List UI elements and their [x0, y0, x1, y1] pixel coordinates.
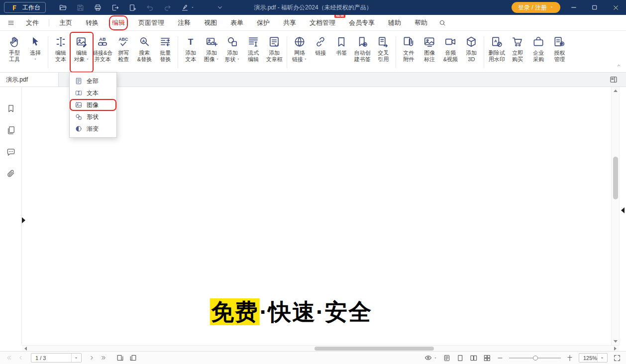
edit-object-icon — [75, 35, 88, 48]
menubar-tabs: 主页转换编辑页面管理注释视图表单保护共享文档管理NEW会员专享辅助帮助 — [59, 18, 427, 27]
single-page-view-icon[interactable] — [456, 354, 464, 362]
export-icon[interactable] — [110, 2, 120, 12]
spell-check-button[interactable]: ABC拼写 检查 — [113, 33, 134, 71]
page-number-select[interactable]: 1 / 3 — [31, 353, 82, 363]
collapse-right-panel-handle[interactable] — [621, 207, 625, 213]
dropdown-item-gradient[interactable]: 渐变 — [70, 123, 116, 135]
edit-text-button[interactable]: 编辑 文本 — [50, 33, 71, 71]
last-page-button[interactable] — [100, 354, 107, 362]
save-icon[interactable] — [75, 2, 85, 12]
audio-video-button[interactable]: 音频 &视频 — [440, 33, 461, 71]
attachments-panel-icon[interactable] — [6, 169, 16, 179]
dropdown-item-shape[interactable]: 形状 — [70, 111, 116, 123]
link-button[interactable]: 链接 — [310, 33, 331, 71]
vertical-scrollbar-thumb[interactable] — [613, 157, 618, 199]
facing-view-icon[interactable] — [470, 354, 478, 362]
collapse-ribbon-button[interactable] — [616, 62, 622, 70]
vertical-scrollbar[interactable] — [611, 87, 619, 345]
zoom-slider[interactable] — [509, 354, 561, 362]
remove-trial-watermark-button[interactable]: A删除试 用水印 — [486, 33, 507, 71]
zoom-in-button[interactable] — [566, 355, 573, 362]
horizontal-scrollbar-thumb[interactable] — [314, 347, 434, 351]
previous-view-icon[interactable] — [116, 354, 124, 362]
menu-tab-assist[interactable]: 辅助 — [388, 18, 401, 27]
flow-edit-button[interactable]: 流式 编辑 — [243, 33, 264, 71]
enterprise-purchase-button[interactable]: 企业 采购 — [528, 33, 549, 71]
link-merge-text-button[interactable]: AB链接&合 并文本 — [92, 33, 113, 71]
auto-create-bookmark-button[interactable]: 自动创 建书签 — [352, 33, 373, 71]
menu-tab-membership[interactable]: 会员专享 — [349, 18, 375, 27]
pages-panel-icon[interactable] — [6, 125, 16, 135]
print-icon[interactable] — [93, 2, 103, 12]
web-link-button[interactable]: 网络 链接 — [289, 33, 310, 71]
buy-now-button[interactable]: 立即 购买 — [507, 33, 528, 71]
menu-tab-share[interactable]: 共享 — [283, 18, 296, 27]
search-icon[interactable] — [437, 18, 447, 28]
close-button[interactable] — [605, 0, 626, 15]
scroll-up-arrow[interactable] — [614, 90, 618, 92]
comments-panel-icon[interactable] — [6, 147, 16, 157]
search-replace-button[interactable]: A搜索 &替换 — [134, 33, 155, 71]
menu-tab-help[interactable]: 帮助 — [415, 18, 427, 27]
license-management-button[interactable]: 授权 管理 — [549, 33, 570, 71]
ribbon-button-label: 企业 采购 — [533, 50, 544, 63]
menu-tab-view[interactable]: 视图 — [204, 18, 217, 27]
file-attachment-button[interactable]: 文件 附件 — [398, 33, 419, 71]
open-file-icon[interactable] — [58, 2, 68, 12]
add-text-button[interactable]: T添加 文本 — [180, 33, 201, 71]
right-panel-strip — [619, 87, 626, 345]
dropdown-item-image[interactable]: 图像 — [70, 99, 116, 111]
menu-tab-document-management[interactable]: 文档管理NEW — [310, 18, 335, 27]
next-view-icon[interactable] — [129, 354, 137, 362]
add-image-button[interactable]: 添加 图像 — [201, 33, 222, 71]
file-menu[interactable]: 文件 — [26, 18, 39, 27]
scroll-right-arrow[interactable] — [614, 347, 617, 351]
login-register-button[interactable]: 登录 / 注册 — [512, 2, 560, 13]
image-annotation-button[interactable]: 图像 标注 — [419, 33, 440, 71]
scroll-left-arrow[interactable] — [24, 347, 27, 351]
view-settings-button[interactable] — [424, 354, 437, 362]
zoom-out-button[interactable] — [497, 355, 504, 362]
next-page-button[interactable] — [88, 354, 96, 362]
sign-tool-button[interactable] — [180, 2, 195, 12]
menu-tab-form[interactable]: 表单 — [230, 18, 243, 27]
redo-icon[interactable] — [162, 2, 172, 12]
dropdown-item-all[interactable]: 全部 — [70, 75, 116, 87]
menu-tab-protect[interactable]: 保护 — [257, 18, 270, 27]
toolbar-more-icon[interactable] — [215, 2, 225, 12]
batch-replace-button[interactable]: 批量 替换 — [155, 33, 176, 71]
add-article-box-button[interactable]: 添加 文章框 — [264, 33, 285, 71]
menu-tab-edit[interactable]: 编辑 — [112, 18, 125, 27]
page-panel-icon[interactable] — [609, 75, 618, 86]
menu-tab-page-management[interactable]: 页面管理 — [138, 18, 164, 27]
previous-page-button[interactable] — [17, 354, 24, 362]
zoom-slider-thumb[interactable] — [533, 356, 538, 361]
cross-reference-button[interactable]: 交叉 引用 — [373, 33, 394, 71]
menu-tab-home[interactable]: 主页 — [59, 18, 72, 27]
horizontal-scrollbar[interactable] — [22, 345, 619, 351]
expand-left-panel-handle[interactable] — [22, 217, 25, 223]
scroll-down-arrow[interactable] — [614, 340, 618, 343]
fullscreen-icon[interactable] — [613, 354, 621, 362]
undo-icon[interactable] — [145, 2, 155, 12]
zoom-level-select[interactable]: 125% — [579, 353, 608, 363]
first-page-button[interactable] — [5, 354, 12, 362]
hamburger-menu-icon[interactable] — [6, 18, 16, 28]
create-pdf-icon[interactable] — [127, 2, 137, 12]
workspace-button[interactable]: 工作台 — [4, 2, 46, 13]
grid-view-icon[interactable] — [483, 354, 491, 362]
reading-mode-icon[interactable] — [443, 354, 451, 362]
hand-tool-button[interactable]: 手型 工具 — [4, 33, 25, 71]
add-3d-button[interactable]: 添加 3D — [461, 33, 482, 71]
select-tool-button[interactable]: 选择 — [25, 33, 46, 71]
document-tab[interactable]: 演示.pdf — [0, 73, 59, 87]
minimize-button[interactable] — [563, 0, 584, 15]
edit-object-button[interactable]: 编辑 对象 — [71, 33, 92, 71]
menu-tab-convert[interactable]: 转换 — [86, 18, 99, 27]
maximize-button[interactable] — [584, 0, 605, 15]
menu-tab-comment[interactable]: 注释 — [178, 18, 191, 27]
dropdown-item-text[interactable]: 文本 — [70, 87, 116, 99]
bookmark-button[interactable]: 书签 — [331, 33, 352, 71]
add-shape-button[interactable]: 添加 形状 — [222, 33, 243, 71]
bookmarks-panel-icon[interactable] — [6, 103, 16, 113]
